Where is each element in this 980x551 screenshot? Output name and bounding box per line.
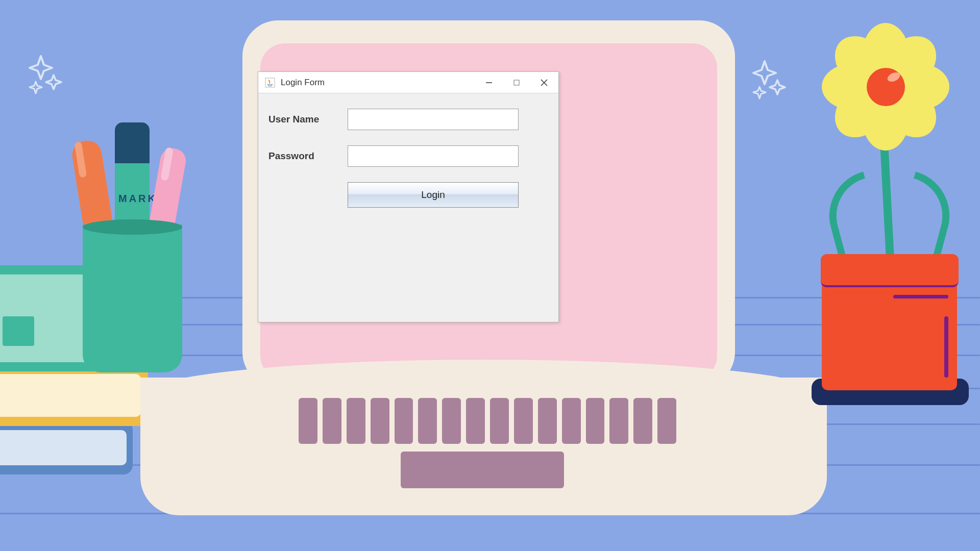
maximize-button[interactable] <box>510 77 523 89</box>
trackpad <box>401 452 564 488</box>
keyboard <box>299 398 676 444</box>
pot-rim <box>821 254 959 287</box>
book-blue <box>0 421 133 474</box>
close-button[interactable] <box>538 77 550 89</box>
java-icon <box>264 77 276 88</box>
titlebar[interactable]: Login Form <box>258 72 558 93</box>
window-title: Login Form <box>281 78 483 88</box>
password-input[interactable] <box>348 145 519 167</box>
form-body: User Name Password Login <box>258 93 558 223</box>
sparkle-icon <box>26 54 66 102</box>
laptop-base <box>140 378 827 515</box>
username-label: User Name <box>268 114 348 125</box>
login-window: Login Form User Name Password Login <box>258 71 559 322</box>
minimize-button[interactable] <box>483 77 495 89</box>
pot-accent <box>944 316 948 378</box>
login-button[interactable]: Login <box>348 182 519 208</box>
username-input[interactable] <box>348 109 519 130</box>
password-label: Password <box>268 151 348 162</box>
pot-accent <box>893 295 948 298</box>
flower <box>822 23 949 151</box>
book-yellow <box>0 365 148 426</box>
leaf-right <box>893 171 960 267</box>
svg-rect-2 <box>514 80 519 85</box>
leaf-left <box>819 171 886 267</box>
